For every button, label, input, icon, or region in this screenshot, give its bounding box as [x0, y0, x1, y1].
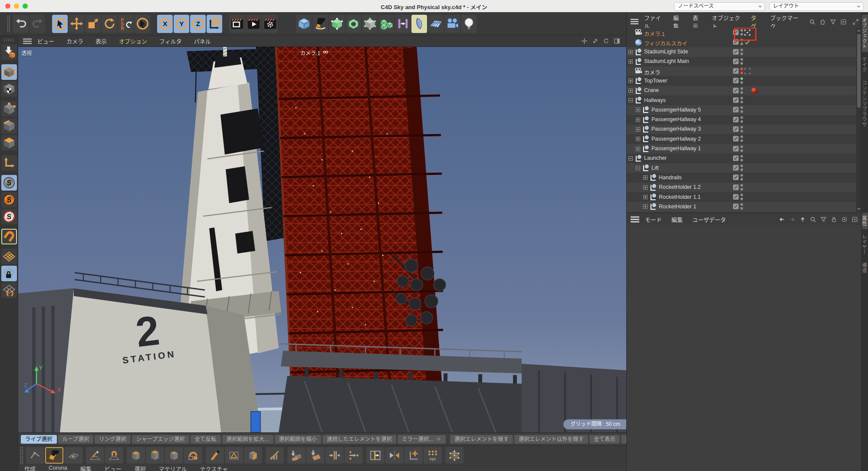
gray-visibility-dot[interactable] [740, 207, 743, 210]
tree-row-Handrails[interactable]: Handrails [627, 173, 856, 182]
red-visibility-dot[interactable] [740, 72, 743, 74]
bottom-menu-作成[interactable]: 作成 [24, 464, 36, 471]
visibility-dots[interactable] [740, 135, 743, 142]
camera-button[interactable] [444, 15, 460, 33]
up-icon[interactable] [799, 216, 806, 223]
tree-row-Launcher[interactable]: Launcher [627, 154, 856, 163]
selection-button-選択エレメント以外を隠す[interactable]: 選択エレメント以外を隠す [514, 435, 588, 444]
edge-mode-button[interactable] [1, 118, 17, 134]
viewport-menu-パネル[interactable]: パネル [194, 37, 211, 45]
selection-button-ループ選択[interactable]: ループ選択 [58, 435, 94, 444]
psr-button[interactable]: PSR [118, 15, 134, 33]
visibility-dots[interactable] [740, 87, 743, 94]
gray-visibility-dot[interactable] [740, 120, 743, 123]
gray-visibility-dot[interactable] [740, 91, 743, 94]
visibility-dots[interactable] [740, 174, 743, 181]
gray-visibility-dot[interactable] [740, 145, 743, 148]
visibility-dots[interactable] [740, 203, 743, 210]
side-tab-オブジェクト[interactable]: オブジェクト [862, 15, 868, 52]
side-tab-レイヤー[interactable]: レイヤー [862, 231, 868, 258]
gray-visibility-dot[interactable] [740, 149, 743, 152]
move-button[interactable] [69, 15, 84, 33]
tree-row-Crane[interactable]: Crane [627, 86, 856, 96]
palette-drag-handle[interactable] [3, 38, 15, 42]
viewport-menu-オプション[interactable]: オプション [119, 37, 147, 45]
tree-row-PassengerHallway 5[interactable]: PassengerHallway 5 [627, 105, 856, 115]
extrude-tool-button[interactable] [146, 447, 164, 464]
red-visibility-dot[interactable] [740, 68, 743, 70]
gray-visibility-dot[interactable] [740, 178, 743, 181]
expand-icon[interactable] [636, 137, 640, 141]
rotate-button[interactable] [102, 15, 117, 33]
xyz-toggle-button[interactable]: xyz [424, 447, 442, 464]
tree-row-PassengerHallway 1[interactable]: PassengerHallway 1 [627, 144, 856, 154]
render-view-button[interactable] [229, 15, 245, 33]
triangulate-button[interactable] [225, 447, 243, 464]
workplane-free-button[interactable] [1, 283, 17, 298]
snap-2d-button[interactable]: S [1, 209, 17, 224]
live-selection-button[interactable] [52, 15, 68, 33]
floor-button[interactable] [428, 15, 444, 33]
bottom-menu-編集[interactable]: 編集 [80, 464, 92, 471]
forward-icon[interactable] [789, 216, 796, 223]
viewport-menu-フィルタ[interactable]: フィルタ [159, 37, 182, 45]
selection-button-リング選択[interactable]: リング選択 [95, 435, 131, 444]
gray-visibility-dot[interactable] [740, 43, 743, 45]
viewport-menu-表示[interactable]: 表示 [95, 37, 107, 45]
tree-row-PassengerHallway 3[interactable]: PassengerHallway 3 [627, 125, 856, 134]
expand-icon[interactable] [636, 118, 640, 122]
side-tab-属性[interactable]: 属性 [862, 213, 868, 229]
visibility-dots[interactable] [740, 194, 743, 200]
edit-toggle-icon[interactable] [733, 87, 739, 94]
quantize-button[interactable] [64, 447, 82, 464]
lock-z-button[interactable]: Z [190, 15, 206, 33]
visibility-dots[interactable] [740, 155, 743, 161]
viewport-rotate-icon[interactable] [603, 38, 609, 44]
expand-icon[interactable] [628, 79, 633, 83]
viewport-pan-icon[interactable] [581, 38, 588, 44]
layout-dropdown[interactable]: レイアウト [769, 2, 864, 11]
gray-visibility-dot[interactable] [740, 97, 743, 99]
edit-toggle-icon[interactable] [733, 155, 739, 161]
viewport-menu-ビュー[interactable]: ビュー [37, 37, 54, 45]
gray-visibility-dot[interactable] [740, 53, 743, 55]
make-editable-button[interactable] [1, 44, 17, 60]
edit-toggle-icon[interactable] [733, 174, 739, 181]
collapse-button[interactable] [345, 447, 363, 464]
gray-visibility-dot[interactable] [740, 184, 743, 187]
visibility-dots[interactable] [740, 97, 743, 103]
tree-row-TopTower[interactable]: TopTower [627, 76, 856, 86]
lock-y-button[interactable]: Y [174, 15, 189, 33]
field-button[interactable] [411, 15, 427, 33]
gray-visibility-dot[interactable] [740, 87, 743, 90]
gray-visibility-dot[interactable] [740, 81, 743, 84]
subdivision-surface-button[interactable] [329, 15, 345, 33]
tree-row-Hallways[interactable]: Hallways [627, 96, 856, 105]
expand-icon[interactable] [628, 50, 633, 54]
dock-arrows-icon[interactable] [852, 19, 859, 25]
visibility-dots[interactable] [740, 126, 743, 132]
edit-toggle-icon[interactable] [733, 97, 739, 103]
material-tag-icon[interactable] [751, 87, 758, 94]
render-settings-button[interactable] [262, 15, 278, 33]
workplane-lock-button[interactable] [1, 266, 17, 281]
knife-button[interactable] [206, 447, 224, 464]
selection-button-連続したエレメントを選択[interactable]: 連続したエレメントを選択 [322, 435, 396, 444]
camera-bracket-icon[interactable] [744, 68, 751, 75]
snap-3d-button[interactable]: S [1, 192, 17, 208]
gray-visibility-dot[interactable] [740, 126, 743, 128]
expand-icon[interactable] [643, 185, 648, 190]
bottom-menu-テクスチャ[interactable]: テクスチャ [200, 464, 228, 471]
axis-mode-button[interactable] [1, 155, 17, 171]
edit-toggle-icon[interactable] [733, 145, 739, 152]
gray-visibility-dot[interactable] [740, 155, 743, 158]
edit-toggle-icon[interactable] [733, 194, 739, 200]
viewport-menu-icon[interactable] [23, 38, 32, 44]
selection-button-選択範囲を拡大...[interactable]: 選択範囲を拡大... [222, 435, 273, 444]
project-free-button[interactable] [306, 447, 325, 464]
expand-icon[interactable] [628, 59, 633, 64]
bottom-menu-ビュー[interactable]: ビュー [105, 464, 122, 471]
cloner-button[interactable] [395, 15, 411, 33]
collapse-icon[interactable] [628, 156, 633, 161]
scale-button[interactable] [85, 15, 101, 33]
